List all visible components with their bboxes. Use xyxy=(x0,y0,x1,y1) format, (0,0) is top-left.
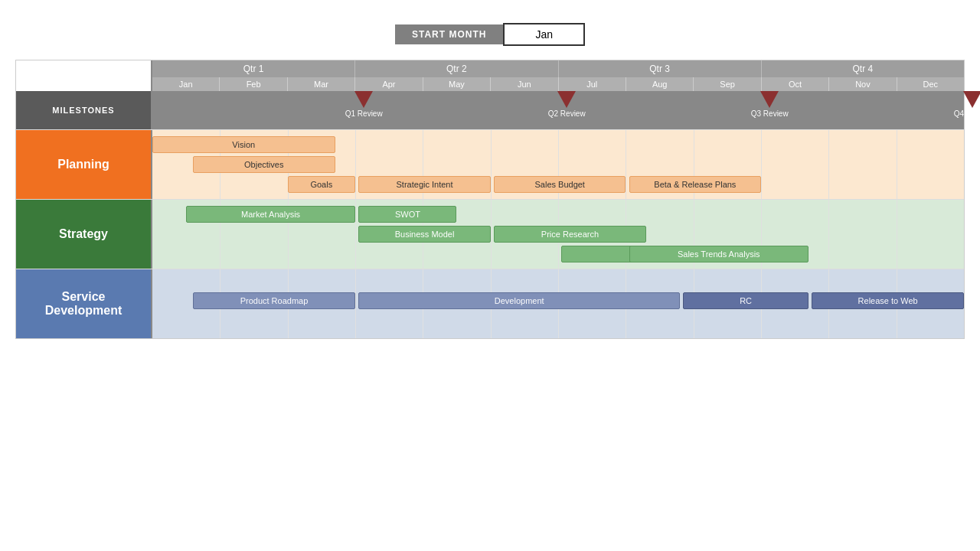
gantt-bar: RC xyxy=(683,292,808,309)
service-timeline: Product RoadmapDevelopmentRCRelease to W… xyxy=(152,269,964,338)
months: JanFebMarAprMayJunJulAugSepOctNovDec xyxy=(152,77,964,91)
section-row-strategy: StrategyMarket AnalysisSWOTBusiness Mode… xyxy=(16,199,964,269)
milestone-marker: Q4 Review xyxy=(954,91,980,118)
gantt-container: Qtr 1Qtr 2Qtr 3Qtr 4 JanFebMarAprMayJunJ… xyxy=(15,60,965,339)
milestone-flag xyxy=(354,91,373,108)
month-cell: Oct xyxy=(762,77,829,91)
month-cell: May xyxy=(423,77,491,91)
gantt-bar: Objectives xyxy=(193,156,335,173)
milestone-text: Q4 Review xyxy=(954,109,980,118)
month-cell: Dec xyxy=(897,77,964,91)
month-cell: Feb xyxy=(220,77,287,91)
month-cell: Jun xyxy=(491,77,558,91)
service-label: Service Development xyxy=(16,269,152,338)
month-cell: Sep xyxy=(694,77,761,91)
gantt-bar: Release to Web xyxy=(812,292,964,309)
section-row-service: Service DevelopmentProduct RoadmapDevelo… xyxy=(16,269,964,338)
milestones-row: MILESTONES Q1 ReviewQ2 ReviewQ3 ReviewQ4… xyxy=(16,91,964,129)
quarter-cell: Qtr 2 xyxy=(355,60,558,77)
milestone-timeline: Q1 ReviewQ2 ReviewQ3 ReviewQ4 Review xyxy=(152,91,964,129)
gantt-bar: Product Roadmap xyxy=(193,292,355,309)
milestone-marker: Q2 Review xyxy=(548,91,586,118)
gantt-bar: Price Research xyxy=(494,226,646,243)
gantt-bar: Strategic Intent xyxy=(358,176,490,193)
start-month-value[interactable]: Jan xyxy=(503,23,585,46)
gantt-bar: Goals xyxy=(288,176,355,193)
gantt-bar: Sales Budget xyxy=(494,176,626,193)
milestone-text: Q2 Review xyxy=(548,109,586,118)
gantt-bar: SWOT xyxy=(358,206,456,223)
month-cell: Jan xyxy=(152,77,220,91)
planning-label: Planning xyxy=(16,130,152,199)
milestone-text: Q3 Review xyxy=(751,109,789,118)
milestone-text: Q1 Review xyxy=(345,109,383,118)
quarter-cell: Qtr 1 xyxy=(152,60,355,77)
quarter-cell: Qtr 3 xyxy=(559,60,762,77)
gantt-bar: Beta & Release Plans xyxy=(629,176,761,193)
gantt-bar: Vision xyxy=(152,136,335,153)
month-cell: Apr xyxy=(355,77,423,91)
start-month-row: START MONTH Jan xyxy=(395,23,585,46)
milestone-flag xyxy=(963,91,980,108)
strategy-timeline: Market AnalysisSWOTBusiness ModelPrice R… xyxy=(152,200,964,269)
quarter-spacer xyxy=(16,60,152,77)
quarter-cell: Qtr 4 xyxy=(762,60,964,77)
quarter-header: Qtr 1Qtr 2Qtr 3Qtr 4 xyxy=(16,60,964,77)
milestone-marker: Q3 Review xyxy=(751,91,789,118)
milestone-label: MILESTONES xyxy=(16,91,152,129)
gantt-bar: Business Model xyxy=(358,226,490,243)
strategy-label: Strategy xyxy=(16,200,152,269)
planning-timeline: VisionObjectivesGoalsStrategic IntentSal… xyxy=(152,130,964,199)
milestone-flag xyxy=(760,91,779,108)
month-spacer xyxy=(16,77,152,91)
section-row-planning: PlanningVisionObjectivesGoalsStrategic I… xyxy=(16,129,964,199)
gantt-bar: Market Analysis xyxy=(186,206,355,223)
start-month-label: START MONTH xyxy=(395,24,503,44)
milestone-marker: Q1 Review xyxy=(345,91,383,118)
month-cell: Mar xyxy=(288,77,355,91)
gantt-bar: Development xyxy=(358,292,680,309)
month-cell: Aug xyxy=(626,77,694,91)
month-header: JanFebMarAprMayJunJulAugSepOctNovDec xyxy=(16,77,964,91)
month-cell: Jul xyxy=(559,77,626,91)
sections-container: PlanningVisionObjectivesGoalsStrategic I… xyxy=(16,129,964,338)
gantt-bar: Sales Trends Analysis xyxy=(629,246,808,262)
quarters: Qtr 1Qtr 2Qtr 3Qtr 4 xyxy=(152,60,964,77)
milestone-flag xyxy=(557,91,576,108)
month-cell: Nov xyxy=(829,77,897,91)
page: START MONTH Jan Qtr 1Qtr 2Qtr 3Qtr 4 Jan… xyxy=(0,0,980,551)
